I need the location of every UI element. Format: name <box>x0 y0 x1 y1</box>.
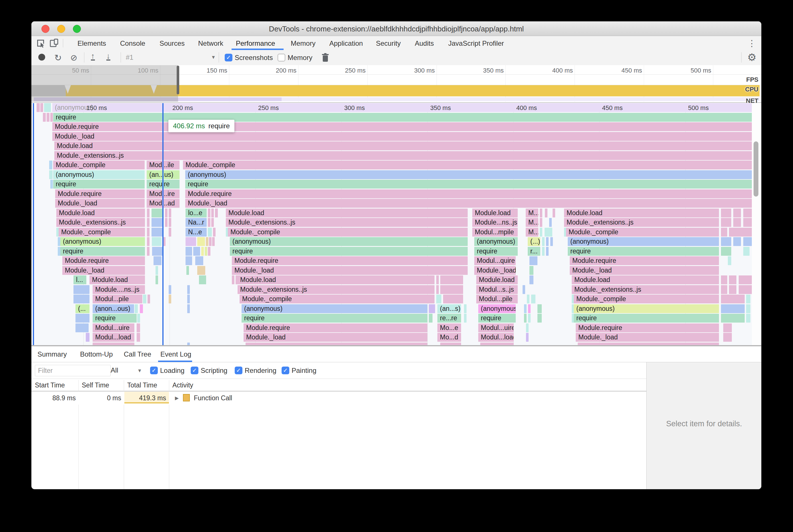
flame-bar[interactable] <box>746 304 751 313</box>
flame-bar[interactable] <box>187 285 190 294</box>
flame-bar[interactable]: Module._compile <box>228 228 468 236</box>
flame-bar[interactable]: M... <box>526 209 538 217</box>
flame-bar[interactable] <box>723 323 732 332</box>
flame-bar[interactable] <box>50 113 53 122</box>
flame-bar[interactable]: Module._extensions..js <box>56 218 145 227</box>
flame-bar[interactable]: Mo...e <box>437 323 461 332</box>
tab-console[interactable]: Console <box>120 39 145 48</box>
flame-bar[interactable]: Module._load <box>474 266 516 275</box>
flame-bar[interactable] <box>135 304 138 313</box>
flame-bar[interactable] <box>429 314 432 323</box>
flame-bar[interactable] <box>153 256 162 265</box>
flame-bar[interactable] <box>729 276 736 284</box>
flame-bar[interactable] <box>208 218 210 227</box>
flame-bar[interactable] <box>723 333 732 342</box>
flame-bar[interactable] <box>169 294 171 303</box>
flame-bar[interactable]: Module._extensions..js <box>226 218 468 227</box>
flame-bar[interactable]: Module.load <box>564 209 719 217</box>
flame-bar[interactable] <box>729 228 752 236</box>
flame-bar[interactable] <box>211 209 214 217</box>
flame-bar[interactable] <box>540 209 542 217</box>
flame-bar[interactable] <box>531 294 535 303</box>
flame-bar[interactable] <box>208 209 210 217</box>
tab-memory[interactable]: Memory <box>291 39 316 48</box>
flame-bar[interactable] <box>58 237 60 246</box>
flame-bar[interactable]: Module._extensions..js <box>572 285 719 294</box>
flame-bar[interactable]: (anon...ous) <box>93 304 134 313</box>
reload-and-record-icon[interactable]: ↻ <box>54 53 62 63</box>
flame-bar[interactable] <box>208 228 212 236</box>
recording-dropdown-icon[interactable]: ▼ <box>211 55 216 60</box>
flame-bar[interactable] <box>212 237 215 246</box>
flame-bar[interactable] <box>147 237 149 246</box>
flame-bar[interactable]: Modul...mpile <box>472 228 518 236</box>
flame-bar[interactable]: Module._load <box>55 199 145 208</box>
screenshots-checkbox[interactable]: ✓ <box>225 54 233 61</box>
recording-selector[interactable]: #1 <box>126 53 133 61</box>
flame-bar[interactable] <box>721 228 727 236</box>
tab-audits[interactable]: Audits <box>415 39 434 48</box>
flame-bar[interactable] <box>148 294 150 303</box>
titlebar[interactable]: DevTools - chrome-extension://aeblfdkhhh… <box>32 21 761 36</box>
device-toolbar-icon[interactable] <box>50 39 59 49</box>
column-header-total-time[interactable]: Total Time <box>127 381 157 389</box>
flame-bar[interactable]: Module.load <box>56 209 145 217</box>
flame-bar[interactable]: Module._extensions..js <box>564 218 719 227</box>
garbage-collect-icon[interactable] <box>321 53 329 63</box>
flame-bar[interactable] <box>530 266 533 275</box>
flame-bar[interactable]: Modul...load <box>93 333 134 342</box>
flame-bar[interactable]: M...s <box>526 218 538 227</box>
flame-bar[interactable]: Module._extensions..js <box>238 285 435 294</box>
flame-bar[interactable] <box>743 247 750 256</box>
flame-bar[interactable]: require <box>60 247 145 256</box>
flame-bar[interactable] <box>746 314 751 323</box>
flame-bar[interactable] <box>537 304 542 313</box>
flame-bar[interactable] <box>169 228 171 236</box>
flame-bar[interactable] <box>578 343 719 345</box>
flame-bar[interactable] <box>155 266 158 275</box>
flame-bar[interactable] <box>73 285 90 294</box>
flame-bar[interactable]: (...) <box>528 237 540 246</box>
flame-bar[interactable] <box>147 209 149 217</box>
bottom-tab-event-log[interactable]: Event Log <box>160 350 191 358</box>
inspect-element-icon[interactable] <box>36 39 45 49</box>
flame-bar[interactable] <box>187 304 190 313</box>
flame-bar[interactable] <box>739 285 752 294</box>
bottom-tab-bottom-up[interactable]: Bottom-Up <box>80 350 113 358</box>
flame-bar[interactable]: Module....ns..js <box>93 285 145 294</box>
flame-bar[interactable] <box>140 304 143 313</box>
flame-bar[interactable] <box>205 247 207 256</box>
flame-bar[interactable]: l... <box>73 276 86 284</box>
bottom-tab-call-tree[interactable]: Call Tree <box>124 350 151 358</box>
flame-bar[interactable] <box>199 276 206 284</box>
tab-application[interactable]: Application <box>329 39 363 48</box>
flame-bar[interactable] <box>733 209 741 217</box>
flame-bar[interactable] <box>721 237 731 246</box>
flame-bar[interactable] <box>553 209 555 217</box>
flame-bar[interactable] <box>545 228 552 236</box>
flame-bar[interactable]: (anonymous) <box>478 304 516 313</box>
column-header-self-time[interactable]: Self Time <box>82 381 109 389</box>
flame-bar[interactable]: Modul...uire <box>93 323 134 332</box>
flame-bar[interactable] <box>209 237 211 246</box>
flame-bar[interactable]: M... <box>526 228 538 236</box>
flame-bar[interactable]: require <box>230 247 468 256</box>
flame-bar[interactable] <box>743 209 752 217</box>
flame-bar[interactable] <box>440 285 463 294</box>
flame-bar[interactable]: Modul...uire <box>478 323 514 332</box>
flame-bar[interactable] <box>147 228 149 236</box>
flame-bar[interactable]: (anonymous) <box>52 103 752 112</box>
save-profile-icon[interactable]: ↓ <box>106 53 110 61</box>
flame-bar[interactable]: Modul...quire <box>474 256 516 265</box>
flame-bar[interactable]: require <box>53 180 145 189</box>
load-profile-icon[interactable]: ↑ <box>91 53 95 61</box>
flame-bar[interactable] <box>193 247 200 256</box>
flame-bar[interactable] <box>546 237 549 246</box>
flame-bar[interactable] <box>75 323 89 332</box>
flame-bar[interactable]: Modul...load <box>478 333 514 342</box>
flame-bar[interactable] <box>721 276 727 284</box>
bottom-tab-summary[interactable]: Summary <box>37 350 67 358</box>
flame-bar[interactable] <box>733 237 741 246</box>
flame-bar[interactable]: Module.load <box>238 276 435 284</box>
flame-bar[interactable] <box>527 294 530 303</box>
